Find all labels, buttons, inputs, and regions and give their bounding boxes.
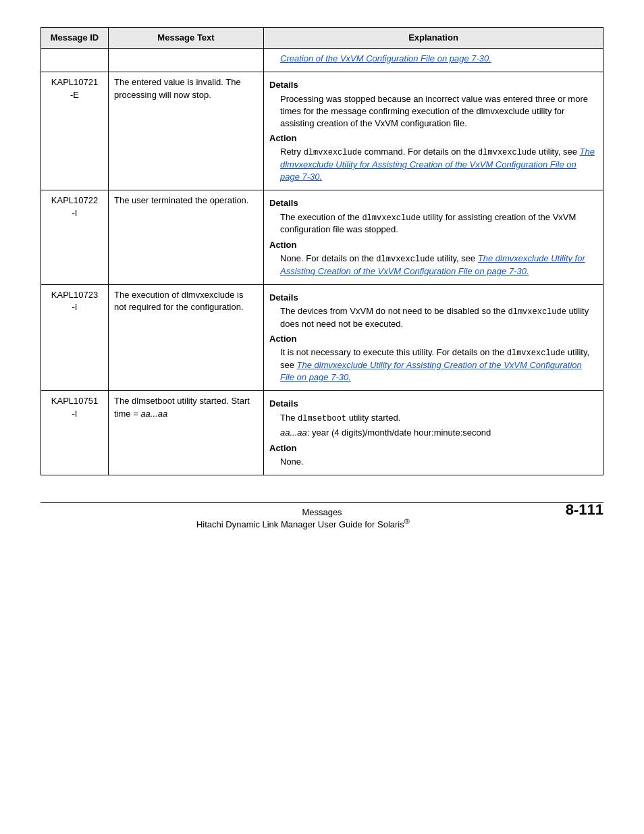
indent-mixed: The execution of the dlmvxexclude utilit… <box>280 211 597 236</box>
table-row: KAPL10721-EThe entered value is invalid.… <box>41 72 603 190</box>
footer-bottom: Hitachi Dynamic Link Manager User Guide … <box>41 517 603 529</box>
cell-msg-id <box>41 49 109 72</box>
indent-mixed: Retry dlmvxexclude command. For details … <box>280 146 597 183</box>
indent-mixed: The devices from VxVM do not need to be … <box>280 305 597 330</box>
section-label: Action <box>269 132 597 145</box>
cell-msg-id: KAPL10721-E <box>41 72 109 190</box>
indent-mixed: None. For details on the dlmvxexclude ut… <box>280 253 597 278</box>
table-row: KAPL10751-IThe dlmsetboot utility starte… <box>41 391 603 475</box>
header-msgtext: Message Text <box>109 28 264 49</box>
page-number: 8-111 <box>566 501 603 519</box>
section-label: Details <box>269 292 597 304</box>
cell-explanation: Creation of the VxVM Configuration File … <box>264 49 603 72</box>
cell-msg-text: The dlmsetboot utility started. Start ti… <box>109 391 264 475</box>
header-msgid: Message ID <box>41 28 109 49</box>
cell-msg-text <box>109 49 264 72</box>
table-row: KAPL10723-IThe execution of dlmvxexclude… <box>41 284 603 391</box>
cell-msg-id: KAPL10722-I <box>41 190 109 284</box>
main-table: Message ID Message Text Explanation Crea… <box>41 27 603 475</box>
section-label: Details <box>269 79 597 91</box>
indent-text: Processing was stopped because an incorr… <box>280 93 597 130</box>
cell-explanation: DetailsProcessing was stopped because an… <box>264 72 603 190</box>
cell-msg-id: KAPL10751-I <box>41 391 109 475</box>
header-explanation: Explanation <box>264 28 603 49</box>
cell-msg-id: KAPL10723-I <box>41 284 109 391</box>
cell-msg-text: The entered value is invalid. The proces… <box>109 72 264 190</box>
cell-msg-text: The execution of dlmvxexclude is not req… <box>109 284 264 391</box>
cell-msg-text: The user terminated the operation. <box>109 190 264 284</box>
indent-mixed: It is not necessary to execute this util… <box>280 346 597 384</box>
footer-center: Messages <box>302 507 342 517</box>
cell-explanation: DetailsThe execution of the dlmvxexclude… <box>264 190 603 284</box>
section-label: Action <box>269 333 597 345</box>
indent-mixed: The dlmsetboot utility started. <box>280 412 597 425</box>
link[interactable]: Creation of the VxVM Configuration File … <box>280 53 491 63</box>
section-label: Details <box>269 398 597 410</box>
table-row: Creation of the VxVM Configuration File … <box>41 49 603 72</box>
table-row: KAPL10722-IThe user terminated the opera… <box>41 190 603 284</box>
indent-text: None. <box>280 456 597 468</box>
section-label: Action <box>269 239 597 251</box>
cell-explanation: DetailsThe devices from VxVM do not need… <box>264 284 603 391</box>
cell-explanation: DetailsThe dlmsetboot utility started.aa… <box>264 391 603 475</box>
section-label: Action <box>269 442 597 454</box>
indent-mixed: aa...aa: year (4 digits)/month/date hour… <box>280 427 597 439</box>
section-label: Details <box>269 197 597 209</box>
footer: Messages 8-111 Hitachi Dynamic Link Mana… <box>41 502 603 529</box>
page-container: Message ID Message Text Explanation Crea… <box>41 27 603 529</box>
